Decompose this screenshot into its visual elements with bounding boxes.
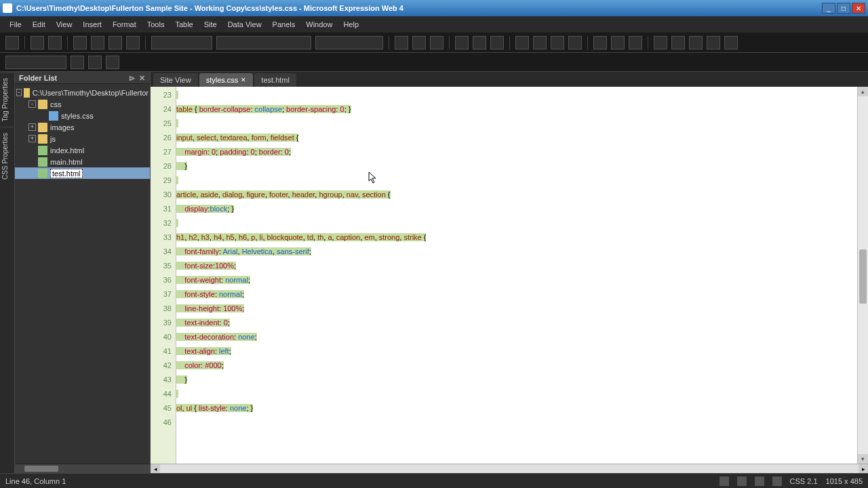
save-button[interactable] [73, 36, 87, 49]
code-line[interactable] [176, 216, 857, 230]
folder-hscroll[interactable] [15, 464, 150, 473]
close-button[interactable]: ✕ [852, 3, 865, 14]
insert-layer-button[interactable] [671, 36, 685, 49]
code-line[interactable]: article, aside, dialog, figure, footer, … [176, 188, 857, 202]
scroll-up-icon[interactable]: ▴ [858, 87, 868, 96]
maximize-button[interactable]: □ [837, 3, 850, 14]
highlight-button[interactable] [611, 36, 625, 49]
menu-view[interactable]: View [51, 17, 78, 32]
tree-item-test-html[interactable]: test.html [15, 167, 150, 179]
scroll-thumb[interactable] [859, 249, 867, 304]
code-line[interactable]: ol, ul { list-style: none; } [176, 401, 857, 415]
code-line[interactable] [176, 88, 857, 102]
tool-b-button[interactable] [88, 56, 102, 69]
menu-window[interactable]: Window [300, 17, 338, 32]
code-line[interactable]: font-weight: normal; [176, 273, 857, 287]
refresh-button[interactable] [724, 36, 738, 49]
code-line[interactable]: text-indent: 0; [176, 316, 857, 330]
indent-button[interactable] [568, 36, 582, 49]
menu-data-view[interactable]: Data View [222, 17, 267, 32]
menu-file[interactable]: File [4, 17, 27, 32]
code-line[interactable]: input, select, textarea, form, fieldset … [176, 131, 857, 145]
menu-panels[interactable]: Panels [267, 17, 301, 32]
code-line[interactable]: text-align: left; [176, 344, 857, 359]
insert-table-button[interactable] [654, 36, 667, 49]
open-site-button[interactable] [48, 36, 62, 49]
close-panel-icon[interactable]: ✕ [138, 74, 146, 82]
code-line[interactable]: } [176, 159, 857, 174]
menu-insert[interactable]: Insert [77, 17, 107, 32]
publish-button[interactable] [108, 36, 122, 49]
code-line[interactable]: h1, h2, h3, h4, h5, h6, p, li, blockquot… [176, 230, 857, 245]
open-button[interactable] [31, 36, 44, 49]
code-line[interactable]: text-decoration: none; [176, 330, 857, 344]
align-center-button[interactable] [473, 36, 486, 49]
tab-styles-css[interactable]: styles.css✕ [199, 73, 254, 87]
font-dropdown[interactable] [216, 36, 311, 49]
code-line[interactable]: } [176, 373, 857, 387]
underline-button[interactable] [430, 36, 443, 49]
menu-tools[interactable]: Tools [142, 17, 170, 32]
numbered-list-button[interactable] [515, 36, 529, 49]
code-line[interactable]: font-size:100%; [176, 259, 857, 273]
size-dropdown[interactable] [315, 36, 383, 49]
tree-item-css[interactable]: -css [15, 98, 150, 110]
align-right-button[interactable] [490, 36, 504, 49]
class-dropdown[interactable] [5, 56, 66, 69]
bold-button[interactable] [395, 36, 408, 49]
pin-icon[interactable]: ⊳ [127, 74, 136, 82]
scroll-left-icon[interactable]: ◂ [151, 464, 160, 473]
scroll-right-icon[interactable]: ▸ [859, 464, 868, 473]
code-line[interactable]: table { border-collapse: collapse; borde… [176, 102, 857, 117]
paste-button[interactable] [126, 36, 140, 49]
code-line[interactable]: display:block; } [176, 202, 857, 216]
bullet-list-button[interactable] [533, 36, 547, 49]
style-dropdown[interactable] [151, 36, 212, 49]
code-line[interactable]: margin: 0; padding: 0; border: 0; [176, 145, 857, 159]
tree-item-images[interactable]: +images [15, 121, 150, 133]
menu-table[interactable]: Table [170, 17, 198, 32]
menu-format[interactable]: Format [107, 17, 142, 32]
tab-test-html[interactable]: test.html [254, 73, 296, 87]
collapse-icon[interactable]: - [16, 89, 22, 96]
tree-item-index-html[interactable]: index.html [15, 144, 150, 156]
folder-tree[interactable]: -C:\Users\Timothy\Desktop\Fullertor-csss… [15, 84, 150, 464]
borders-button[interactable] [593, 36, 607, 49]
editor-vscroll[interactable]: ▴ ▾ [857, 87, 868, 464]
tree-item-styles-css[interactable]: styles.css [15, 110, 150, 121]
tool-c-button[interactable] [106, 56, 119, 69]
outdent-button[interactable] [551, 36, 564, 49]
menu-site[interactable]: Site [199, 17, 222, 32]
sidetab-css-properties[interactable]: CSS Properties [0, 127, 14, 185]
code-line[interactable]: color: #000; [176, 359, 857, 373]
code-line[interactable] [176, 387, 857, 401]
close-tab-icon[interactable]: ✕ [241, 77, 246, 83]
expand-icon[interactable]: + [28, 123, 36, 131]
italic-button[interactable] [412, 36, 426, 49]
expand-icon[interactable]: + [28, 135, 36, 142]
status-css-mode[interactable]: CSS 2.1 [790, 477, 818, 485]
new-file-button[interactable] [5, 36, 19, 49]
editor-hscroll[interactable]: ◂ ▸ [151, 464, 868, 473]
align-left-button[interactable] [455, 36, 469, 49]
minimize-button[interactable]: _ [822, 3, 835, 14]
sidetab-tag-properties[interactable]: Tag Properties [0, 72, 14, 127]
code-line[interactable] [176, 174, 857, 188]
insert-image-button[interactable] [689, 36, 703, 49]
code-line[interactable] [176, 117, 857, 131]
tool-a-button[interactable] [71, 56, 84, 69]
code-line[interactable] [176, 415, 857, 430]
menu-help[interactable]: Help [338, 17, 364, 32]
code-line[interactable]: font-style: normal; [176, 287, 857, 302]
code-line[interactable]: font-family: Arial, Helvetica, sans-seri… [176, 245, 857, 259]
code-line[interactable]: line-height: 100%; [176, 302, 857, 316]
preview-button[interactable] [91, 36, 104, 49]
scroll-down-icon[interactable]: ▾ [858, 454, 868, 464]
code-area[interactable]: table { border-collapse: collapse; borde… [176, 87, 857, 464]
tree-item-js[interactable]: +js [15, 133, 150, 144]
font-color-button[interactable] [629, 36, 642, 49]
menu-edit[interactable]: Edit [27, 17, 51, 32]
hyperlink-button[interactable] [707, 36, 720, 49]
collapse-icon[interactable]: - [28, 100, 36, 108]
tree-item-main-html[interactable]: main.html [15, 156, 150, 167]
